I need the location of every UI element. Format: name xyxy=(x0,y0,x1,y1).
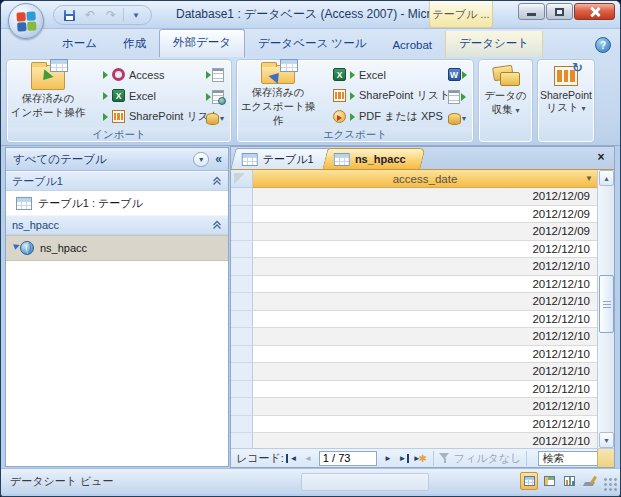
ribbon-group-import: 保存済みの インポート操作 Access X Excel SharePoint … xyxy=(6,59,232,143)
vertical-scrollbar[interactable]: ▲ ▼ xyxy=(597,170,614,448)
row-selector[interactable] xyxy=(231,433,253,448)
table-row[interactable]: 2012/12/10 xyxy=(231,416,597,434)
row-selector[interactable] xyxy=(231,311,253,329)
select-all-corner[interactable] xyxy=(231,170,253,188)
tab-create[interactable]: 作成 xyxy=(110,31,159,57)
help-icon[interactable]: ? xyxy=(595,37,611,53)
redo-button[interactable]: ↷ xyxy=(102,7,120,23)
office-button[interactable] xyxy=(8,3,44,39)
nav-menu-dropdown-icon[interactable]: ▼ xyxy=(193,152,209,167)
shutter-bar-collapse-icon[interactable]: « xyxy=(213,152,224,166)
previous-record-button[interactable]: ◄ xyxy=(300,451,316,466)
undo-button[interactable]: ↶ xyxy=(81,7,99,23)
export-word-button[interactable]: W xyxy=(445,64,469,85)
row-selector[interactable] xyxy=(231,346,253,364)
import-more-button[interactable]: ▾ xyxy=(203,108,227,129)
nav-item-table1[interactable]: テーブル1 : テーブル xyxy=(6,191,228,215)
export-sharepoint-button[interactable]: SharePoint リスト xyxy=(329,85,454,106)
table-row[interactable]: 2012/12/10 xyxy=(231,258,597,276)
record-label: レコード: xyxy=(236,451,284,466)
export-textfile-button[interactable] xyxy=(445,86,469,107)
table-row[interactable]: 2012/12/09 xyxy=(231,223,597,241)
import-xml-button[interactable] xyxy=(203,86,227,107)
row-selector[interactable] xyxy=(231,381,253,399)
sharepoint-list-button[interactable]: SharePoint リスト ▾ xyxy=(540,62,592,140)
tab-database-tools[interactable]: データベース ツール xyxy=(245,31,379,57)
row-selector[interactable] xyxy=(231,416,253,434)
scroll-up-icon[interactable]: ▲ xyxy=(599,170,614,186)
tab-external-data[interactable]: 外部データ xyxy=(159,29,245,57)
row-selector[interactable] xyxy=(231,276,253,294)
scroll-down-icon[interactable]: ▼ xyxy=(599,432,614,448)
collect-data-icon xyxy=(493,66,519,86)
row-selector[interactable] xyxy=(231,188,253,206)
row-selector[interactable] xyxy=(231,241,253,259)
export-group-label: エクスポート xyxy=(238,127,472,141)
nav-pane-header[interactable]: すべてのテーブル ▼ « xyxy=(6,148,228,171)
export-pdf-xps-button[interactable]: PDF または XPS xyxy=(329,106,454,127)
table-row[interactable]: 2012/12/09 xyxy=(231,188,597,206)
import-textfile-button[interactable] xyxy=(203,64,227,85)
pivottable-view-button[interactable] xyxy=(540,472,558,490)
first-record-button[interactable]: ◄ xyxy=(284,451,300,466)
row-selector[interactable] xyxy=(231,206,253,224)
table-row[interactable]: 2012/12/10 xyxy=(231,276,597,294)
record-position-input[interactable] xyxy=(319,451,377,466)
table-row[interactable]: 2012/12/10 xyxy=(231,328,597,346)
tab-home[interactable]: ホーム xyxy=(49,31,110,57)
scrollbar-thumb[interactable] xyxy=(599,275,614,333)
resize-grip[interactable] xyxy=(603,477,617,491)
row-selector[interactable] xyxy=(231,328,253,346)
nav-group-header-table1[interactable]: テーブル1 xyxy=(6,171,228,191)
customize-qat-button[interactable]: ▼ xyxy=(127,7,145,23)
table-row[interactable]: 2012/12/10 xyxy=(231,293,597,311)
table-row[interactable]: 2012/12/10 xyxy=(231,311,597,329)
close-tab-icon[interactable]: × xyxy=(594,151,608,165)
close-button[interactable] xyxy=(574,3,615,20)
table-row[interactable]: 2012/12/10 xyxy=(231,398,597,416)
save-button[interactable] xyxy=(60,7,78,23)
document-area: テーブル1 ns_hpacc × access_date ▼ 2012/12/0… xyxy=(230,146,615,468)
tab-datasheet[interactable]: データシート xyxy=(445,31,543,57)
table-row[interactable]: 2012/12/10 xyxy=(231,241,597,259)
doc-tab-table1[interactable]: テーブル1 xyxy=(230,148,333,169)
office-logo-icon xyxy=(16,11,36,31)
next-record-button[interactable]: ► xyxy=(380,451,396,466)
row-selector[interactable] xyxy=(231,258,253,276)
tab-acrobat[interactable]: Acrobat xyxy=(379,34,445,57)
row-selector[interactable] xyxy=(231,223,253,241)
ribbon-group-collect-data: データの 収集 ▾ xyxy=(478,59,533,143)
save-icon xyxy=(64,10,75,21)
table-row[interactable]: 2012/12/09 xyxy=(231,206,597,224)
row-selector[interactable] xyxy=(231,398,253,416)
export-more-button[interactable]: ▾ xyxy=(445,108,469,129)
nav-item-ns-hpacc[interactable]: ns_hpacc xyxy=(6,235,228,261)
row-selector[interactable] xyxy=(231,293,253,311)
maximize-button[interactable] xyxy=(546,3,573,20)
row-selector[interactable] xyxy=(231,363,253,381)
table-row[interactable]: 2012/12/10 xyxy=(231,433,597,448)
saved-imports-button[interactable]: 保存済みの インポート操作 xyxy=(10,62,86,128)
saved-exports-button[interactable]: 保存済みの エクスポート操作 xyxy=(240,62,316,128)
pivottable-view-icon xyxy=(544,476,555,486)
filter-dropdown-icon[interactable]: ▼ xyxy=(585,174,593,183)
nav-group-header-ns-hpacc[interactable]: ns_hpacc xyxy=(6,215,228,235)
table-row[interactable]: 2012/12/10 xyxy=(231,346,597,364)
minimize-button[interactable] xyxy=(518,3,545,20)
saved-exports-icon xyxy=(261,65,295,84)
ribbon-group-export: 保存済みの エクスポート操作 X Excel SharePoint リスト PD… xyxy=(236,59,474,143)
pivotchart-view-button[interactable] xyxy=(560,472,578,490)
table-icon xyxy=(334,153,350,166)
filter-toggle-button[interactable]: フィルタなし xyxy=(439,451,522,466)
collect-data-button[interactable]: データの 収集 ▾ xyxy=(481,62,530,140)
doc-tab-ns-hpacc[interactable]: ns_hpacc xyxy=(322,148,425,169)
ribbon: 保存済みの インポート操作 Access X Excel SharePoint … xyxy=(1,57,620,146)
datasheet-view-button[interactable] xyxy=(520,472,538,490)
new-record-button[interactable]: ►✱ xyxy=(412,451,428,466)
last-record-button[interactable]: ► xyxy=(396,451,412,466)
column-header-access-date[interactable]: access_date ▼ xyxy=(253,170,597,188)
table-row[interactable]: 2012/12/10 xyxy=(231,381,597,399)
table-row[interactable]: 2012/12/10 xyxy=(231,363,597,381)
design-view-button[interactable] xyxy=(580,472,598,490)
export-excel-button[interactable]: X Excel xyxy=(329,64,454,85)
